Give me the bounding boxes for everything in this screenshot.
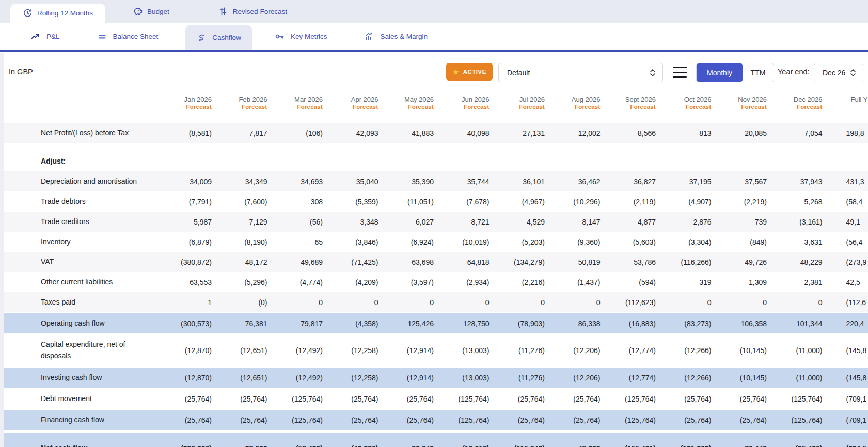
cell-value: (4,907) xyxy=(656,198,712,206)
scenario-select[interactable]: Default xyxy=(498,63,663,82)
bar-chart-icon xyxy=(364,31,374,42)
column-month-label: Dec 2026 xyxy=(767,95,823,103)
cell-value: (71,425) xyxy=(323,258,378,266)
cell-value: 35,390 xyxy=(378,178,434,186)
column-month-label: Nov 2026 xyxy=(712,95,767,103)
cell-value: 125,426 xyxy=(378,320,434,328)
cell-value: 308 xyxy=(267,198,323,206)
column-forecast-label: Forecast xyxy=(378,103,434,111)
cell-value: 0 xyxy=(267,298,323,307)
cell-value: 8,147 xyxy=(545,218,601,226)
cell-value: (12,258) xyxy=(323,346,378,355)
cell-value: 4,529 xyxy=(490,218,545,226)
unfold-chevrons-icon xyxy=(650,68,656,77)
cell-value: 76,381 xyxy=(212,320,267,328)
column-forecast-label: Forecast xyxy=(434,103,490,111)
cell-value: 42,093 xyxy=(323,129,378,137)
cell-value: (2,934) xyxy=(434,278,490,286)
cell-value: 64,818 xyxy=(434,258,490,266)
cell-value: (10,019) xyxy=(434,238,490,246)
cell-value: 36,101 xyxy=(490,178,545,186)
label-column-header xyxy=(4,95,160,111)
balance-lines-icon xyxy=(97,31,107,42)
cell-value: 63,553 xyxy=(160,278,212,286)
tab-pnl[interactable]: P&L xyxy=(20,23,71,50)
ttm-toggle-button[interactable]: TTM xyxy=(743,63,774,82)
cell-value: 0 xyxy=(656,298,712,307)
table-header-row: Jan 2026ForecastFeb 2026ForecastMar 2026… xyxy=(4,85,868,114)
tab-balance-sheet[interactable]: Balance Sheet xyxy=(86,23,169,50)
monthly-toggle-button[interactable]: Monthly xyxy=(697,63,743,82)
column-forecast-label: Forecast xyxy=(601,103,656,111)
tab-label: Key Metrics xyxy=(291,33,327,40)
cell-value: 813 xyxy=(656,129,712,137)
menu-icon[interactable] xyxy=(673,67,687,78)
row-label: Inventory xyxy=(4,236,160,248)
column-forecast-label: Forecast xyxy=(767,103,823,111)
year-end-select[interactable]: Dec 26 xyxy=(814,63,863,82)
tab-budget[interactable]: Budget xyxy=(120,0,182,23)
cell-value: 198,8 xyxy=(823,129,868,137)
cell-value: (709,1 xyxy=(823,395,868,403)
history-clock-icon xyxy=(23,8,33,18)
year-end-select-value: Dec 26 xyxy=(823,69,845,77)
cell-value: 34,693 xyxy=(267,178,323,186)
cashflow-route-icon xyxy=(196,33,207,43)
table-row: Taxes paid1(0)000000(112,623)000(112,6 xyxy=(4,292,868,312)
cell-value: (5,359) xyxy=(323,198,378,206)
cell-value: (125,764) xyxy=(767,395,823,403)
tab-rolling-12-months[interactable]: Rolling 12 Months xyxy=(10,4,105,23)
tab-cashflow[interactable]: Cashflow xyxy=(185,25,252,50)
row-label: Taxes paid xyxy=(4,297,160,308)
cell-value: (25,764) xyxy=(160,395,212,403)
star-icon: ★ xyxy=(452,68,459,76)
cell-value: (145,8 xyxy=(823,346,868,355)
cell-value: (10,145) xyxy=(712,374,767,382)
tab-revised-forecast[interactable]: Revised Forecast xyxy=(206,0,299,23)
column-month-label: Mar 2026 xyxy=(267,95,323,103)
active-scenario-badge[interactable]: ★ ACTIVE xyxy=(446,63,493,81)
cell-value: 34,349 xyxy=(212,178,267,186)
cell-value: (12,914) xyxy=(378,374,434,382)
row-label: VAT xyxy=(4,257,160,268)
trend-up-icon xyxy=(30,31,41,42)
cell-value: 0 xyxy=(434,298,490,307)
cell-value: (112,623) xyxy=(601,298,656,307)
column-header: Oct 2026Forecast xyxy=(656,95,712,111)
table-row: Other current liabilities63,553(5,296)(4… xyxy=(4,272,868,292)
row-label: Adjust: xyxy=(4,156,160,167)
cell-value: (849) xyxy=(712,238,767,246)
column-header: Full Y xyxy=(823,95,868,111)
tab-sales-margin[interactable]: Sales & Margin xyxy=(353,23,438,50)
column-header: Dec 2026Forecast xyxy=(767,95,823,111)
cell-value: (12,492) xyxy=(267,374,323,382)
cell-value: (25,764) xyxy=(160,416,212,424)
cell-value: (25,764) xyxy=(490,395,545,403)
cell-value: 41,883 xyxy=(378,129,434,137)
tab-label: Rolling 12 Months xyxy=(37,9,93,17)
cell-value: (25,764) xyxy=(212,416,267,424)
column-header: Mar 2026Forecast xyxy=(267,95,323,111)
cell-value: (8,581) xyxy=(160,129,212,137)
cell-value: (12,266) xyxy=(656,346,712,355)
cell-value: 431,3 xyxy=(823,178,868,186)
cell-value: (8,190) xyxy=(212,238,267,246)
cell-value: (12,492) xyxy=(267,346,323,355)
cell-value: (7,600) xyxy=(212,198,267,206)
cell-value: (12,870) xyxy=(160,346,212,355)
column-month-label: Aug 2026 xyxy=(545,95,601,103)
column-forecast-label: Forecast xyxy=(323,103,378,111)
unfold-chevrons-icon xyxy=(850,68,856,77)
column-header: May 2026Forecast xyxy=(378,95,434,111)
cell-value: 7,129 xyxy=(212,218,267,226)
cell-value: (12,870) xyxy=(160,374,212,382)
cell-value: 8,721 xyxy=(434,218,490,226)
table-row: Investing cash flow(12,870)(12,651)(12,4… xyxy=(4,368,868,388)
row-label: Financing cash flow xyxy=(4,414,160,426)
cell-value: (12,914) xyxy=(378,346,434,355)
column-forecast-label: Forecast xyxy=(490,103,545,111)
cell-value: (25,764) xyxy=(212,395,267,403)
tab-key-metrics[interactable]: Key Metrics xyxy=(263,23,338,50)
cell-value: (125,764) xyxy=(767,416,823,424)
cell-value: (83,273) xyxy=(656,320,712,328)
